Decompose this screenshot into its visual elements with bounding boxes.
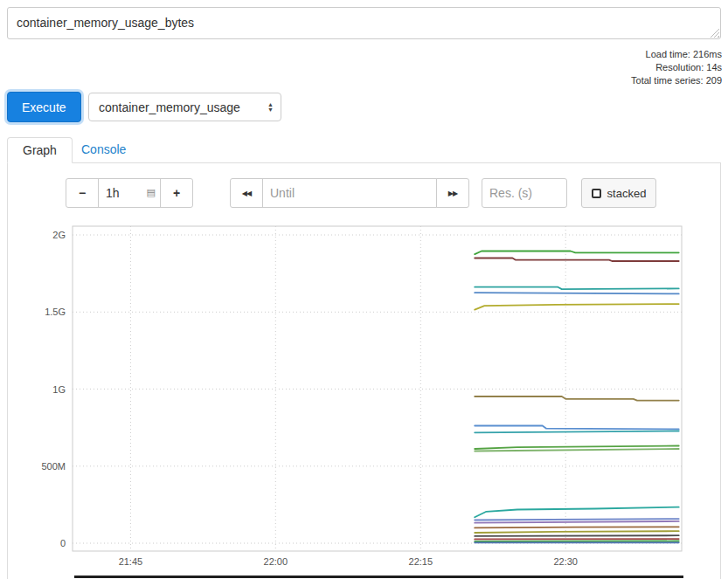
prometheus-expression-browser: container_memory_usage_bytes Load time: … bbox=[0, 0, 728, 579]
tab-graph[interactable]: Graph bbox=[7, 137, 73, 163]
svg-text:2G: 2G bbox=[52, 230, 66, 240]
query-input-wrap: container_memory_usage_bytes bbox=[7, 7, 721, 39]
query-expression-input[interactable]: container_memory_usage_bytes bbox=[7, 7, 721, 39]
svg-text:21:45: 21:45 bbox=[119, 556, 143, 567]
load-time-text: Load time: 216ms bbox=[631, 48, 722, 61]
until-input[interactable] bbox=[262, 178, 437, 208]
graph-controls: − ▤ + ◀◀ ▶▶ stacked bbox=[66, 178, 656, 208]
svg-text:22:30: 22:30 bbox=[553, 556, 578, 567]
range-control-group: − ▤ + bbox=[66, 178, 193, 208]
decrease-range-button[interactable]: − bbox=[66, 178, 99, 208]
stacked-toggle-button[interactable]: stacked bbox=[581, 178, 656, 208]
duration-input-wrap: ▤ bbox=[98, 178, 161, 208]
metric-select-value: container_memory_usage bbox=[99, 100, 264, 114]
select-stepper-icon: ▲ ▼ bbox=[267, 102, 274, 113]
increase-range-button[interactable]: + bbox=[160, 178, 193, 208]
svg-text:500M: 500M bbox=[41, 461, 66, 472]
resolution-text: Resolution: 14s bbox=[631, 61, 722, 74]
time-control-group: ◀◀ ▶▶ bbox=[230, 178, 469, 208]
select-down-arrow-icon: ▼ bbox=[267, 107, 274, 113]
svg-text:0: 0 bbox=[60, 538, 66, 548]
svg-text:1G: 1G bbox=[52, 384, 66, 395]
tab-console[interactable]: Console bbox=[81, 142, 126, 156]
resolution-input[interactable] bbox=[482, 178, 567, 208]
duration-input[interactable] bbox=[98, 178, 161, 208]
stacked-checkbox-icon bbox=[592, 189, 601, 198]
svg-text:22:15: 22:15 bbox=[409, 556, 433, 567]
shift-time-forward-button[interactable]: ▶▶ bbox=[436, 178, 469, 208]
metric-select-dropdown[interactable]: container_memory_usage ▲ ▼ bbox=[88, 93, 281, 121]
memory-usage-line-chart[interactable]: 0500M1G1.5G2G21:4522:0022:1522:30 bbox=[38, 221, 684, 570]
shift-time-back-button[interactable]: ◀◀ bbox=[230, 178, 263, 208]
legend-divider bbox=[74, 576, 683, 578]
stacked-label: stacked bbox=[607, 187, 647, 200]
total-series-text: Total time series: 209 bbox=[631, 74, 722, 87]
execute-button[interactable]: Execute bbox=[7, 92, 81, 122]
query-stats: Load time: 216ms Resolution: 14s Total t… bbox=[631, 48, 722, 87]
svg-text:1.5G: 1.5G bbox=[45, 307, 66, 317]
svg-text:22:00: 22:00 bbox=[264, 556, 288, 567]
graph-panel: − ▤ + ◀◀ ▶▶ stacked 0500M1G1.5G2 bbox=[7, 162, 721, 579]
